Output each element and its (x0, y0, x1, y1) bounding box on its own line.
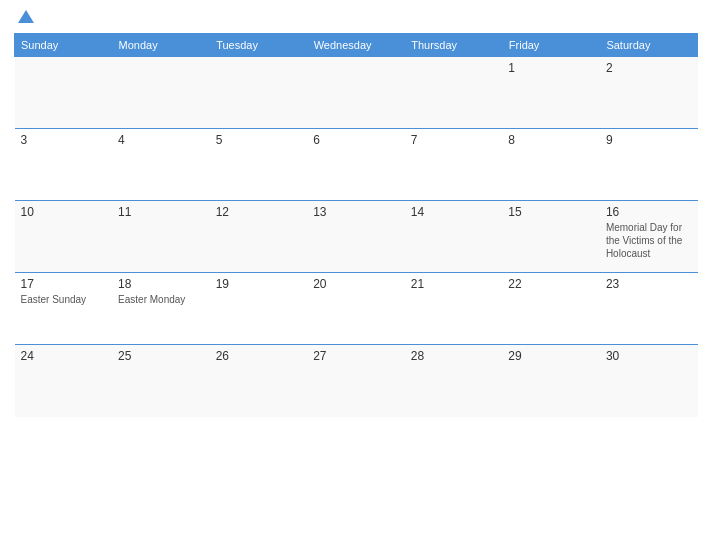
day-number: 28 (411, 349, 497, 363)
day-number: 1 (508, 61, 594, 75)
calendar-cell: 27 (307, 345, 405, 417)
day-number: 6 (313, 133, 399, 147)
calendar-cell (405, 57, 503, 129)
calendar-cell (210, 57, 308, 129)
day-of-week-thursday: Thursday (405, 34, 503, 57)
day-number: 10 (21, 205, 107, 219)
calendar-cell: 5 (210, 129, 308, 201)
day-of-week-friday: Friday (502, 34, 600, 57)
calendar-cell: 25 (112, 345, 210, 417)
calendar-week-5: 24252627282930 (15, 345, 698, 417)
calendar-cell: 6 (307, 129, 405, 201)
calendar-cell: 3 (15, 129, 113, 201)
calendar-week-4: 17Easter Sunday18Easter Monday1920212223 (15, 273, 698, 345)
calendar-header-row: SundayMondayTuesdayWednesdayThursdayFrid… (15, 34, 698, 57)
calendar-cell: 13 (307, 201, 405, 273)
calendar-week-3: 10111213141516Memorial Day for the Victi… (15, 201, 698, 273)
calendar-cell: 7 (405, 129, 503, 201)
day-number: 30 (606, 349, 692, 363)
calendar-week-2: 3456789 (15, 129, 698, 201)
day-number: 23 (606, 277, 692, 291)
day-number: 21 (411, 277, 497, 291)
calendar-cell: 22 (502, 273, 600, 345)
calendar-cell: 26 (210, 345, 308, 417)
day-number: 7 (411, 133, 497, 147)
day-number: 29 (508, 349, 594, 363)
calendar-cell: 29 (502, 345, 600, 417)
event-label: Easter Monday (118, 294, 185, 305)
day-number: 22 (508, 277, 594, 291)
day-number: 25 (118, 349, 204, 363)
event-label: Memorial Day for the Victims of the Holo… (606, 222, 683, 259)
event-label: Easter Sunday (21, 294, 87, 305)
day-number: 20 (313, 277, 399, 291)
calendar-cell: 8 (502, 129, 600, 201)
day-number: 5 (216, 133, 302, 147)
day-number: 16 (606, 205, 692, 219)
calendar-week-1: 12 (15, 57, 698, 129)
day-number: 12 (216, 205, 302, 219)
calendar-cell (307, 57, 405, 129)
header (14, 10, 698, 23)
calendar-cell (112, 57, 210, 129)
calendar-cell: 12 (210, 201, 308, 273)
day-number: 3 (21, 133, 107, 147)
day-number: 2 (606, 61, 692, 75)
day-of-week-saturday: Saturday (600, 34, 698, 57)
calendar-cell: 9 (600, 129, 698, 201)
day-number: 13 (313, 205, 399, 219)
logo-triangle-icon (18, 10, 34, 23)
calendar-cell: 21 (405, 273, 503, 345)
calendar-cell: 16Memorial Day for the Victims of the Ho… (600, 201, 698, 273)
calendar-cell: 10 (15, 201, 113, 273)
calendar-cell: 2 (600, 57, 698, 129)
day-of-week-wednesday: Wednesday (307, 34, 405, 57)
day-number: 14 (411, 205, 497, 219)
page: SundayMondayTuesdayWednesdayThursdayFrid… (0, 0, 712, 550)
calendar-cell: 24 (15, 345, 113, 417)
calendar-cell (15, 57, 113, 129)
calendar-cell: 23 (600, 273, 698, 345)
day-of-week-tuesday: Tuesday (210, 34, 308, 57)
day-number: 26 (216, 349, 302, 363)
day-number: 9 (606, 133, 692, 147)
logo (14, 10, 38, 23)
calendar-table: SundayMondayTuesdayWednesdayThursdayFrid… (14, 33, 698, 417)
day-number: 11 (118, 205, 204, 219)
day-number: 17 (21, 277, 107, 291)
calendar-cell: 19 (210, 273, 308, 345)
day-number: 8 (508, 133, 594, 147)
calendar-body: 12345678910111213141516Memorial Day for … (15, 57, 698, 417)
calendar-cell: 28 (405, 345, 503, 417)
day-number: 18 (118, 277, 204, 291)
calendar-cell: 18Easter Monday (112, 273, 210, 345)
calendar-cell: 1 (502, 57, 600, 129)
calendar-cell: 15 (502, 201, 600, 273)
calendar-cell: 4 (112, 129, 210, 201)
calendar-cell: 20 (307, 273, 405, 345)
calendar-cell: 17Easter Sunday (15, 273, 113, 345)
day-number: 4 (118, 133, 204, 147)
calendar-cell: 14 (405, 201, 503, 273)
calendar-cell: 30 (600, 345, 698, 417)
day-of-week-sunday: Sunday (15, 34, 113, 57)
day-number: 27 (313, 349, 399, 363)
day-number: 15 (508, 205, 594, 219)
calendar-cell: 11 (112, 201, 210, 273)
day-of-week-monday: Monday (112, 34, 210, 57)
day-number: 19 (216, 277, 302, 291)
day-number: 24 (21, 349, 107, 363)
